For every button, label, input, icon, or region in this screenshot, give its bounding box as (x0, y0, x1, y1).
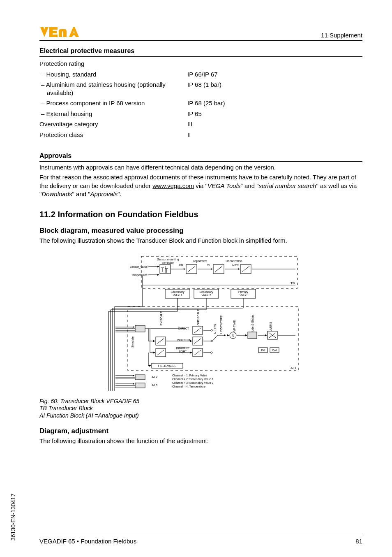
footer-left: VEGADIF 65 • Foundation Fieldbus (39, 538, 136, 545)
svg-text:%: % (207, 263, 210, 266)
text: ". (118, 190, 122, 197)
footer-page-number: 81 (355, 538, 362, 545)
document-code: 36130-EN-130417 (10, 494, 16, 541)
svg-text:DIRECT: DIRECT (178, 327, 189, 330)
svg-text:L-TYPE: L-TYPE (213, 323, 216, 334)
svg-text:Channel = 1: Primary Value: Channel = 1: Primary Value (172, 374, 207, 377)
italic: Approvals (90, 190, 118, 197)
figure-caption: Fig. 60: Transducer Block VEGADIF 65 (39, 398, 362, 404)
section-label: 11 Supplement (321, 32, 362, 39)
protection-class-label: Protection class (39, 131, 187, 139)
protection-class-value: II (187, 131, 362, 139)
svg-text:PVF-TIME: PVF-TIME (233, 320, 236, 334)
approvals-line1: Instruments with approvals can have diff… (39, 163, 362, 172)
svg-text:AI 3: AI 3 (152, 383, 158, 387)
svg-text:PV-SCALE: PV-SCALE (160, 311, 163, 326)
h3-diagram-adjustment: Diagram, adjustment (39, 427, 362, 435)
row-label: – Housing, standard (39, 70, 187, 79)
svg-text:PV: PV (261, 349, 265, 352)
figure-caption-tb: TB Transducer Block (39, 404, 362, 412)
row-label: – Aluminium and stainless housing (optio… (39, 81, 187, 97)
vega-logo (39, 26, 93, 39)
text: " and " (241, 182, 259, 189)
svg-text:bar: bar (179, 263, 184, 266)
svg-text:Channel = 4: Temperature: Channel = 4: Temperature (172, 385, 205, 388)
block-diagram-intro: The following illustration shows the Tra… (39, 237, 362, 245)
italic: Downloads (42, 190, 72, 197)
svg-text:Linearization: Linearization (226, 260, 242, 262)
svg-text:SQRT: SQRT (179, 350, 187, 353)
row-value: IP 66/IP 67 (187, 70, 362, 79)
svg-point-77 (211, 352, 212, 353)
text: via " (194, 182, 208, 189)
row-value: IP 65 (187, 110, 362, 118)
vega-url[interactable]: www.vega.com (152, 182, 194, 189)
svg-text:Temperature: Temperature (131, 274, 148, 277)
svg-text:OUT-SCALE: OUT-SCALE (197, 309, 200, 325)
svg-text:Channel = 3: Secondary Value 2: Channel = 3: Secondary Value 2 (172, 381, 214, 385)
transducer-block-figure: Sensor mounting correction adjustment Li… (94, 253, 308, 393)
svg-text:Secondary: Secondary (199, 290, 213, 294)
svg-point-75 (211, 340, 212, 342)
svg-rect-88 (248, 332, 257, 339)
svg-text:Value 2: Value 2 (201, 294, 211, 297)
svg-text:LOWCUTOFF: LOWCUTOFF (220, 316, 223, 334)
row-label: – External housing (39, 110, 187, 118)
svg-rect-107 (135, 383, 145, 388)
text: " and " (72, 190, 90, 197)
page-footer: VEGADIF 65 • Foundation Fieldbus 81 (39, 535, 362, 545)
svg-text:FIELD-VALUE: FIELD-VALUE (158, 364, 177, 367)
h2-info-ff: 11.2 Information on Foundation Fieldbus (39, 210, 362, 219)
svg-text:Sensor mounting: Sensor mounting (157, 258, 179, 261)
svg-line-78 (212, 335, 217, 341)
page-topbar: 11 Supplement (39, 26, 362, 41)
row-value: IP 68 (1 bar) (187, 81, 362, 97)
overvoltage-label: Overvoltage category (39, 120, 187, 128)
svg-text:AI 1: AI 1 (291, 366, 297, 370)
svg-point-73 (211, 330, 212, 331)
svg-text:Lin%: Lin% (232, 263, 239, 266)
figure-caption-ai: AI Function Block (AI =Analogue Input) (39, 412, 362, 419)
svg-rect-102 (135, 375, 145, 380)
svg-text:Simulate: Simulate (131, 337, 134, 348)
svg-text:adjustment: adjustment (193, 260, 207, 263)
protection-rating-table: Protection rating – Housing, standardIP … (39, 58, 362, 140)
row-label: – Process component in IP 68 version (39, 99, 187, 107)
h3-block-diagram: Block diagram, measured value processing (39, 227, 362, 235)
row-value: IP 68 (25 bar) (187, 99, 362, 107)
svg-text:TB: TB (291, 281, 295, 285)
protection-rating-label: Protection rating (39, 60, 187, 68)
svg-text:t: t (233, 334, 233, 337)
epm-heading: Electrical protective measures (39, 45, 362, 57)
svg-text:Secondary: Secondary (171, 290, 184, 294)
svg-text:Mode & Status: Mode & Status (251, 315, 254, 334)
svg-text:Primary: Primary (238, 290, 249, 294)
svg-text:Sensor_Value: Sensor_Value (130, 265, 148, 269)
approvals-heading: Approvals (39, 150, 362, 162)
svg-rect-52 (135, 325, 145, 332)
svg-text:AI 2: AI 2 (152, 375, 158, 379)
svg-text:Out: Out (272, 349, 277, 352)
svg-text:INDIRECT: INDIRECT (176, 347, 190, 350)
italic: serial number search (259, 182, 316, 189)
svg-text:Channel = 2: Secondary Value 1: Channel = 2: Secondary Value 1 (172, 378, 214, 381)
diagram-adjustment-intro: The following illustration shows the fun… (39, 437, 362, 445)
overvoltage-value: III (187, 120, 362, 128)
svg-text:Value 1: Value 1 (173, 294, 182, 297)
italic: VEGA Tools (208, 182, 241, 189)
svg-text:correction: correction (162, 261, 175, 264)
approvals-line2: For that reason the associated approval … (39, 173, 362, 198)
svg-text:Value: Value (240, 294, 247, 297)
